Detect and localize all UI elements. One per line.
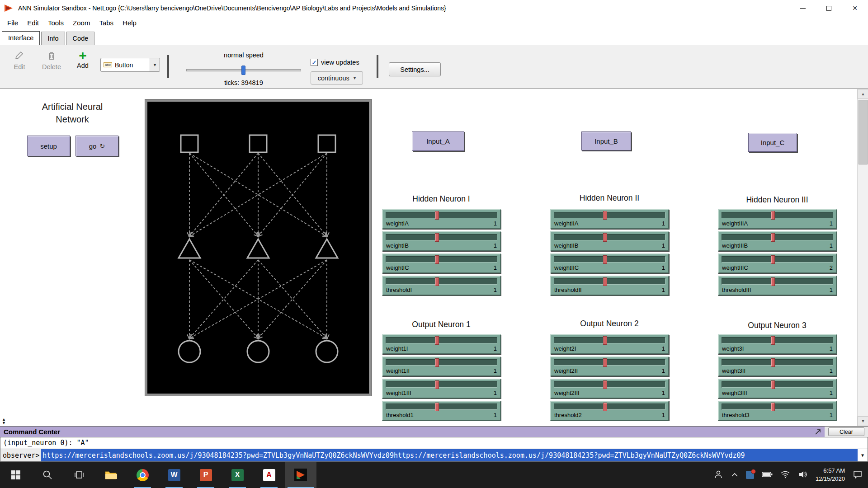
slider[interactable]: weight2II1 [550, 357, 669, 376]
slider-handle[interactable] [603, 403, 607, 411]
slider-track[interactable] [722, 278, 833, 285]
slider-track[interactable] [386, 337, 497, 343]
slider-track[interactable] [722, 212, 833, 218]
slider-handle[interactable] [603, 255, 607, 264]
widget-type-dropdown[interactable]: abc Button ▾ [100, 58, 160, 72]
action-center-icon[interactable] [853, 470, 863, 480]
slider-handle[interactable] [771, 211, 775, 220]
slider-handle[interactable] [771, 255, 775, 264]
acrobat-button[interactable]: A [253, 462, 285, 488]
view-updates-checkbox[interactable]: ✓ [311, 59, 318, 66]
chevron-up-icon[interactable] [731, 471, 738, 479]
slider-handle[interactable] [771, 233, 775, 242]
slider-track[interactable] [722, 234, 833, 240]
slider[interactable]: weight2I1 [550, 334, 669, 354]
expand-icon[interactable] [815, 429, 821, 435]
slider[interactable]: weight3II1 [718, 357, 837, 376]
taskbar-search-button[interactable] [32, 462, 63, 488]
slider-handle[interactable] [603, 277, 607, 286]
slider-track[interactable] [386, 256, 497, 263]
slider[interactable]: weightIIIC2 [718, 253, 837, 273]
slider-track[interactable] [386, 404, 497, 410]
add-button[interactable]: + Add [72, 51, 93, 69]
slider[interactable]: weightIC1 [382, 253, 501, 273]
slider-track[interactable] [554, 381, 665, 388]
slider[interactable]: weightIIIB1 [718, 231, 837, 251]
tab-info[interactable]: Info [41, 32, 65, 45]
slider[interactable]: threshold21 [550, 401, 669, 421]
slider[interactable]: weight3I1 [718, 334, 837, 354]
slider-handle[interactable] [771, 403, 775, 411]
slider[interactable]: weightIIA1 [550, 209, 669, 229]
history-dropdown-icon[interactable]: ▼ [858, 449, 868, 461]
edit-button[interactable]: Edit [8, 51, 31, 70]
slider-handle[interactable] [435, 336, 439, 345]
settings-button[interactable]: Settings... [389, 62, 441, 76]
slider[interactable]: weightIIB1 [550, 231, 669, 251]
slider-handle[interactable] [435, 211, 439, 220]
slider-handle[interactable] [603, 380, 607, 389]
menu-item[interactable]: Zoom [68, 18, 94, 28]
slider-track[interactable] [722, 381, 833, 388]
scroll-up-button[interactable]: ▲ [858, 89, 868, 99]
slider-handle[interactable] [435, 277, 439, 286]
menu-item[interactable]: Help [118, 18, 141, 28]
slider[interactable]: thresholdII1 [550, 276, 669, 296]
slider-handle[interactable] [435, 403, 439, 411]
slider-track[interactable] [554, 359, 665, 366]
speed-slider-handle[interactable] [241, 66, 245, 75]
input-b-button[interactable]: Input_B [581, 131, 631, 150]
volume-icon[interactable] [798, 470, 808, 480]
slider-handle[interactable] [771, 380, 775, 389]
slider-track[interactable] [554, 337, 665, 343]
close-button[interactable]: ✕ [842, 0, 868, 16]
file-explorer-button[interactable] [95, 462, 127, 488]
slider[interactable]: threshold31 [718, 401, 837, 421]
task-view-button[interactable] [63, 462, 95, 488]
slider-track[interactable] [722, 404, 833, 410]
input-c-button[interactable]: Input_C [748, 133, 797, 152]
slider[interactable]: weight1II1 [382, 357, 501, 376]
slider-track[interactable] [554, 404, 665, 410]
input-a-button[interactable]: Input_A [412, 131, 464, 151]
slider-handle[interactable] [603, 211, 607, 220]
wifi-icon[interactable] [780, 470, 790, 480]
slider-handle[interactable] [771, 336, 775, 345]
slider[interactable]: weightIIC1 [550, 253, 669, 273]
powerpoint-button[interactable]: P [190, 462, 222, 488]
tab-interface[interactable]: Interface [2, 31, 40, 45]
slider-track[interactable] [386, 359, 497, 366]
slider-handle[interactable] [435, 358, 439, 367]
setup-button[interactable]: setup [27, 136, 70, 156]
battery-icon[interactable] [762, 471, 773, 479]
slider-handle[interactable] [603, 233, 607, 242]
slider-track[interactable] [386, 278, 497, 285]
slider[interactable]: threshold11 [382, 401, 501, 421]
slider[interactable]: weight3III1 [718, 379, 837, 399]
notification-app-icon[interactable] [746, 471, 754, 479]
slider-handle[interactable] [435, 255, 439, 264]
slider-track[interactable] [722, 256, 833, 263]
slider[interactable]: weightIB1 [382, 231, 501, 251]
slider[interactable]: weight2III1 [550, 379, 669, 399]
maximize-button[interactable] [816, 0, 842, 16]
slider[interactable]: thresholdIII1 [718, 276, 837, 296]
chrome-button[interactable] [127, 462, 158, 488]
taskbar-clock[interactable]: 6:57 AM 12/15/2020 [816, 467, 845, 483]
minimize-button[interactable] [789, 0, 816, 16]
slider-track[interactable] [722, 337, 833, 343]
splitter-control[interactable]: ▲ ▼ [2, 418, 6, 425]
start-button[interactable] [0, 462, 32, 488]
slider-track[interactable] [554, 212, 665, 218]
slider-handle[interactable] [771, 277, 775, 286]
scrollbar-thumb[interactable] [859, 100, 868, 164]
command-input-text[interactable]: https://mercerislandschools.zoom.us/j/93… [41, 449, 858, 461]
slider-handle[interactable] [435, 233, 439, 242]
command-line[interactable]: observer> https://mercerislandschools.zo… [0, 449, 868, 462]
clear-button[interactable]: Clear [828, 427, 864, 436]
people-icon[interactable] [713, 469, 723, 481]
slider-handle[interactable] [603, 358, 607, 367]
slider-handle[interactable] [771, 358, 775, 367]
chevron-down-icon[interactable]: ▾ [150, 58, 160, 71]
tab-code[interactable]: Code [66, 32, 95, 45]
